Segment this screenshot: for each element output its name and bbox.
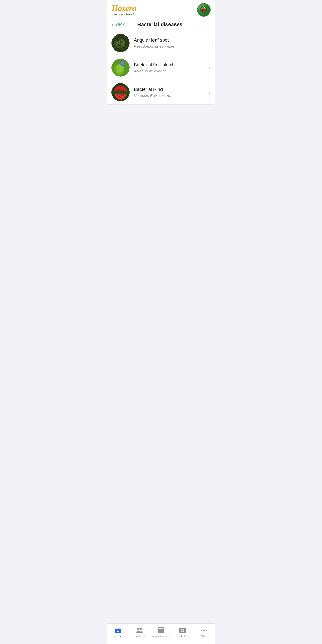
back-chevron-icon: ‹ [111, 22, 113, 27]
logo-azera: azera [118, 3, 136, 13]
disease-scientific: Necrosis Erwinia spp. [134, 93, 207, 98]
logo-h: H [111, 3, 118, 13]
svg-point-30 [117, 94, 118, 95]
navigation-bar: ‹ Back Bacterial diseases [107, 19, 215, 31]
disease-image-angular [111, 34, 130, 52]
disease-content-blotch: Bacterial fruit blotch Acidovorax avenae [134, 62, 207, 73]
list-item[interactable]: Bacterial Rind Necrosis Erwinia spp. › [107, 80, 215, 105]
list-chevron-icon: › [209, 40, 211, 46]
svg-point-31 [119, 96, 120, 97]
watermelon-icon [200, 5, 208, 13]
disease-scientific: Pseudomonas syringae [134, 44, 207, 48]
list-chevron-icon: › [209, 89, 211, 95]
svg-point-2 [204, 11, 204, 11]
disease-list: Angular leaf spot Pseudomonas syringae ›… [107, 31, 215, 105]
svg-rect-34 [111, 91, 130, 94]
disease-name: Bacterial fruit blotch [134, 62, 207, 68]
disease-scientific: Acidovorax avenae [134, 69, 207, 73]
svg-point-23 [121, 62, 123, 64]
svg-point-3 [205, 10, 206, 11]
logo-text: Hazera [111, 4, 136, 12]
app-icon-button[interactable] [197, 3, 211, 17]
logo-tagline: Seeds of Growth [111, 13, 135, 16]
svg-point-14 [118, 44, 120, 46]
svg-point-32 [121, 95, 122, 96]
page-title: Bacterial diseases [125, 22, 195, 27]
back-button[interactable]: ‹ Back [111, 22, 125, 27]
list-item[interactable]: Bacterial fruit blotch Acidovorax avenae… [107, 55, 215, 80]
svg-point-13 [121, 41, 123, 43]
svg-point-1 [202, 10, 203, 11]
svg-point-33 [123, 94, 124, 95]
list-chevron-icon: › [209, 65, 211, 71]
disease-content-angular: Angular leaf spot Pseudomonas syringae [134, 38, 207, 48]
back-label: Back [114, 22, 125, 27]
svg-point-12 [117, 39, 119, 41]
disease-image-blotch [111, 59, 130, 77]
app-logo: Hazera Seeds of Growth [111, 4, 136, 16]
empty-content-area [107, 105, 215, 215]
list-item[interactable]: Angular leaf spot Pseudomonas syringae › [107, 31, 215, 55]
disease-name: Angular leaf spot [134, 38, 207, 43]
disease-image-rind [111, 83, 130, 101]
disease-content-rind: Bacterial Rind Necrosis Erwinia spp. [134, 87, 207, 98]
app-header: Hazera Seeds of Growth [107, 0, 215, 19]
disease-name: Bacterial Rind [134, 87, 207, 92]
